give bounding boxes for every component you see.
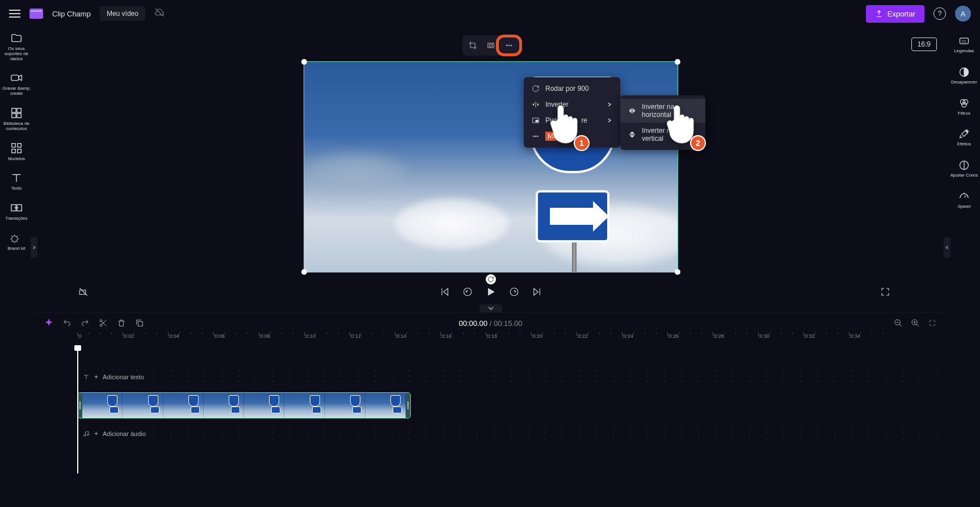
skip-back-button[interactable] bbox=[440, 287, 450, 297]
svg-point-29 bbox=[535, 136, 536, 137]
svg-rect-5 bbox=[17, 114, 21, 118]
play-button[interactable] bbox=[485, 286, 497, 298]
redo-button[interactable] bbox=[81, 319, 90, 328]
svg-rect-3 bbox=[17, 108, 21, 112]
flip-submenu: Inverter na horizontal Inverter na verti… bbox=[620, 95, 705, 150]
preview-toolbar: 16:9 bbox=[33, 27, 948, 58]
add-text-button[interactable]: + Adicionar texto bbox=[77, 373, 144, 381]
svg-rect-1 bbox=[11, 76, 19, 81]
more-options-button[interactable] bbox=[501, 37, 517, 53]
svg-text:CC: CC bbox=[962, 40, 966, 43]
timeline-time: 00:00.00 / 00:15.00 bbox=[459, 319, 522, 328]
svg-rect-7 bbox=[18, 143, 21, 146]
export-button[interactable]: Exportar bbox=[866, 5, 924, 23]
timeline-ruler[interactable]: :0:0:02:0:04:0:06:0:08:0:10:0:12:0:14:0:… bbox=[77, 333, 937, 347]
header: Clip Champ Meu vídeo Exportar ? A bbox=[0, 0, 980, 27]
delete-button[interactable] bbox=[117, 319, 126, 328]
sidebar-item-effects[interactable]: Efeitos bbox=[956, 128, 972, 147]
preview-frame: 376 Este(a) bbox=[304, 62, 678, 272]
project-name[interactable]: Meu vídeo bbox=[100, 6, 145, 21]
fit-button[interactable] bbox=[483, 37, 499, 53]
svg-rect-2 bbox=[12, 108, 16, 112]
clip-handle-right[interactable] bbox=[406, 393, 410, 418]
rotate-handle[interactable] bbox=[486, 274, 496, 284]
detach-audio-button[interactable] bbox=[78, 287, 101, 297]
split-button[interactable] bbox=[99, 319, 108, 328]
duplicate-button[interactable] bbox=[135, 319, 144, 328]
svg-point-35 bbox=[963, 99, 968, 104]
help-button[interactable]: ? bbox=[933, 7, 946, 20]
add-audio-button[interactable]: + Adicionar áudio bbox=[77, 430, 146, 438]
rewind-button[interactable] bbox=[462, 287, 473, 297]
skip-forward-button[interactable] bbox=[532, 287, 542, 297]
zoom-out-button[interactable] bbox=[894, 319, 903, 328]
svg-rect-23 bbox=[138, 321, 142, 326]
svg-rect-12 bbox=[487, 43, 494, 48]
sidebar-item-transitions[interactable]: Transições bbox=[5, 202, 29, 221]
user-avatar[interactable]: A bbox=[955, 6, 971, 22]
aspect-ratio-button[interactable]: 16:9 bbox=[911, 37, 937, 51]
svg-point-36 bbox=[962, 102, 966, 107]
svg-point-28 bbox=[533, 136, 535, 137]
sidebar-item-templates[interactable]: Modelos bbox=[7, 142, 26, 162]
sidebar-item-speed[interactable]: Speed bbox=[956, 191, 971, 209]
fullscreen-button[interactable] bbox=[880, 287, 903, 297]
preview-canvas[interactable]: 376 Este(a) bbox=[304, 61, 678, 273]
sidebar-left: Os seus suportes de dados Gravar &amp; c… bbox=[0, 27, 33, 507]
svg-rect-6 bbox=[12, 143, 15, 146]
svg-rect-13 bbox=[489, 44, 492, 47]
resize-handle-br[interactable] bbox=[675, 269, 680, 275]
resize-handle-bl[interactable] bbox=[301, 269, 307, 275]
sidebar-item-adjust-colors[interactable]: Ajustar Cores bbox=[949, 160, 979, 178]
sidebar-item-library[interactable]: Biblioteca de conteúdos bbox=[0, 107, 33, 132]
export-label: Exportar bbox=[888, 10, 915, 18]
text-track[interactable]: + Adicionar texto bbox=[77, 367, 937, 387]
sidebar-item-text[interactable]: Texto bbox=[9, 171, 24, 191]
svg-rect-8 bbox=[18, 149, 21, 152]
undo-button[interactable] bbox=[62, 319, 71, 328]
clip-handle-left[interactable] bbox=[78, 393, 82, 418]
svg-rect-27 bbox=[536, 120, 538, 122]
audio-track[interactable]: + Adicionar áudio bbox=[77, 424, 937, 443]
menu-rotate[interactable]: Rodar por 900 bbox=[524, 81, 620, 97]
sidebar-item-record[interactable]: Gravar &amp; create bbox=[0, 72, 33, 97]
svg-point-14 bbox=[506, 45, 507, 46]
playhead[interactable] bbox=[77, 349, 78, 474]
video-clip[interactable] bbox=[77, 392, 411, 418]
context-menu: Rodar por 900 Inverter Pictou e re Mais … bbox=[524, 77, 620, 148]
menu-button[interactable] bbox=[9, 10, 20, 18]
sidebar-item-captions[interactable]: CC Legendas bbox=[953, 35, 975, 54]
zoom-fit-button[interactable] bbox=[928, 319, 937, 328]
app-logo-icon bbox=[30, 9, 43, 19]
timeline: 00:00.00 / 00:15.00 :0:0:02:0:04:0:06:0:… bbox=[33, 312, 948, 449]
svg-point-30 bbox=[537, 136, 539, 137]
sidebar-right: CC Legendas Desaparecer Filtros Efeitos … bbox=[948, 27, 980, 507]
sidebar-item-fade[interactable]: Desaparecer bbox=[950, 66, 978, 85]
ai-tool-button[interactable] bbox=[44, 319, 53, 328]
menu-more[interactable]: Mais op bbox=[524, 128, 620, 144]
resize-handle-tl[interactable] bbox=[301, 59, 307, 65]
zoom-in-button[interactable] bbox=[911, 319, 920, 328]
svg-rect-4 bbox=[12, 114, 16, 118]
sidebar-item-media[interactable]: Os seus suportes de dados bbox=[0, 32, 33, 61]
submenu-flip-horizontal[interactable]: Inverter na horizontal bbox=[620, 99, 705, 123]
svg-point-15 bbox=[508, 45, 510, 46]
svg-point-16 bbox=[511, 45, 512, 46]
svg-rect-9 bbox=[12, 149, 15, 152]
app-name: Clip Champ bbox=[52, 10, 91, 18]
menu-flip[interactable]: Inverter bbox=[524, 97, 620, 112]
menu-pip[interactable]: Pictou e re bbox=[524, 112, 620, 128]
resize-handle-tr[interactable] bbox=[675, 59, 680, 65]
sidebar-right-expand[interactable] bbox=[944, 237, 950, 258]
sync-off-icon bbox=[154, 7, 165, 20]
crop-button[interactable] bbox=[465, 37, 481, 53]
sign-arrow-icon bbox=[536, 190, 609, 242]
forward-button[interactable] bbox=[509, 287, 519, 297]
sidebar-item-brand-kit[interactable]: Brand kit bbox=[6, 232, 27, 252]
submenu-flip-vertical[interactable]: Inverter na vertical bbox=[620, 123, 705, 146]
sidebar-item-filters[interactable]: Filtros bbox=[957, 98, 971, 116]
collapse-timeline-button[interactable] bbox=[480, 304, 502, 312]
